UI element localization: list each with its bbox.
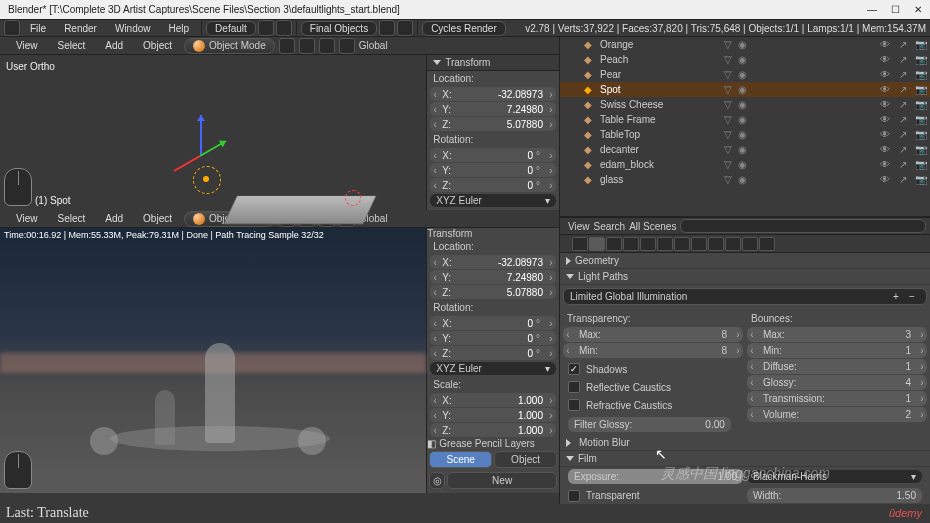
visibility-icon[interactable]: 👁	[876, 129, 894, 140]
transform-panel-header[interactable]: Transform	[445, 57, 490, 68]
outliner-scenes-dropdown[interactable]: All Scenes	[629, 221, 676, 232]
selectable-icon[interactable]: ↗	[894, 39, 912, 50]
selectable-icon[interactable]: ↗	[894, 84, 912, 95]
motion-blur-header[interactable]: Motion Blur	[579, 437, 630, 448]
visibility-icon[interactable]: 👁	[876, 174, 894, 185]
n-panel-bottom[interactable]: Transform Location: ‹X:-32.08973› ‹Y:7.2…	[427, 228, 559, 493]
chevron-right-icon[interactable]	[566, 439, 571, 447]
outliner-row[interactable]: ◆decanter▽◉👁↗📷	[560, 142, 930, 157]
menu-render[interactable]: Render	[56, 21, 105, 36]
material-icon[interactable]: ◉	[738, 84, 752, 95]
outliner-menu-view[interactable]: View	[568, 221, 590, 232]
engine-dropdown[interactable]: Cycles Render	[422, 21, 506, 36]
sc2-x-field[interactable]: ‹X:1.000›	[430, 393, 556, 407]
data-props-tab[interactable]	[691, 237, 707, 251]
menu-window[interactable]: Window	[107, 21, 159, 36]
spot-lamp-gizmo[interactable]	[193, 166, 219, 192]
bounces-max-field[interactable]: ‹Max:3›	[747, 327, 927, 342]
visibility-icon[interactable]: 👁	[876, 99, 894, 110]
outliner-row[interactable]: ◆edam_block▽◉👁↗📷	[560, 157, 930, 172]
visibility-icon[interactable]: 👁	[876, 159, 894, 170]
selectable-icon[interactable]: ↗	[894, 174, 912, 185]
mesh-data-icon[interactable]: ▽	[724, 114, 738, 125]
shading-rendered-icon[interactable]	[339, 38, 355, 54]
outliner-row[interactable]: ◆Peach▽◉👁↗📷	[560, 52, 930, 67]
volume-field[interactable]: ‹Volume:2›	[747, 407, 927, 422]
lightpaths-header[interactable]: Light Paths	[578, 271, 628, 282]
menu-file[interactable]: File	[22, 21, 54, 36]
selectable-icon[interactable]: ↗	[894, 159, 912, 170]
close-icon[interactable]: ✕	[914, 4, 922, 15]
mesh-data-icon[interactable]: ▽	[724, 99, 738, 110]
renderable-icon[interactable]: 📷	[912, 174, 930, 185]
rot2-y-field[interactable]: ‹Y:0°›	[430, 331, 556, 345]
minimize-icon[interactable]: —	[867, 4, 877, 15]
rotation-mode-dropdown[interactable]: XYZ Euler▾	[430, 194, 556, 207]
particles-tab[interactable]	[742, 237, 758, 251]
material-icon[interactable]: ◉	[738, 174, 752, 185]
viewport-top[interactable]: User Ortho (1) Spot	[0, 55, 427, 210]
filter-glossy-field[interactable]: Filter Glossy:0.00	[568, 417, 731, 432]
mesh-data-icon[interactable]: ▽	[724, 159, 738, 170]
selectable-icon[interactable]: ↗	[894, 114, 912, 125]
view3d-menu-select[interactable]: Select	[50, 39, 94, 52]
mesh-data-icon[interactable]: ▽	[724, 54, 738, 65]
outliner-row[interactable]: ◆glass▽◉👁↗📷	[560, 172, 930, 187]
outliner-search-input[interactable]	[680, 219, 926, 233]
material-icon[interactable]: ◉	[738, 39, 752, 50]
rot2-z-field[interactable]: ‹Z:0°›	[430, 346, 556, 360]
transform-header-2[interactable]: Transform	[427, 228, 472, 239]
material-icon[interactable]: ◉	[738, 54, 752, 65]
selectable-icon[interactable]: ↗	[894, 129, 912, 140]
material-icon[interactable]: ◉	[738, 69, 752, 80]
outliner-row[interactable]: ◆Orange▽◉👁↗📷	[560, 37, 930, 52]
preset-add-icon[interactable]: +	[888, 291, 904, 302]
mesh-data-icon[interactable]: ▽	[724, 129, 738, 140]
rot-x-field[interactable]: ‹X:0°›	[430, 148, 556, 162]
renderable-icon[interactable]: 📷	[912, 84, 930, 95]
view3d-menu-add[interactable]: Add	[97, 39, 131, 52]
properties-panel[interactable]: Geometry Light Paths Limited Global Illu…	[560, 253, 930, 504]
render-menu-select[interactable]: Select	[50, 212, 94, 225]
material-tab[interactable]	[708, 237, 724, 251]
rotation-mode-dropdown-2[interactable]: XYZ Euler▾	[430, 362, 556, 375]
shadows-checkbox[interactable]	[568, 363, 580, 375]
transparency-min-field[interactable]: ‹Min:8›	[563, 343, 743, 358]
transparent-checkbox[interactable]	[568, 490, 580, 502]
scene-props-tab[interactable]	[589, 237, 605, 251]
loc-z-field[interactable]: ‹Z:5.07880›	[430, 117, 556, 131]
n-panel-top[interactable]: Transform Location: ‹X:-32.08973› ‹Y:7.2…	[427, 55, 559, 210]
mesh-data-icon[interactable]: ▽	[724, 69, 738, 80]
world-props-tab[interactable]	[623, 237, 639, 251]
render-menu-add[interactable]: Add	[97, 212, 131, 225]
physics-tab[interactable]	[759, 237, 775, 251]
outliner-row[interactable]: ◆Table Frame▽◉👁↗📷	[560, 112, 930, 127]
material-icon[interactable]: ◉	[738, 144, 752, 155]
material-icon[interactable]: ◉	[738, 99, 752, 110]
grease-pencil-header[interactable]: Grease Pencil Layers	[439, 438, 535, 449]
selectable-icon[interactable]: ↗	[894, 144, 912, 155]
add-layout-button[interactable]	[258, 20, 274, 36]
view3d-menu-object[interactable]: Object	[135, 39, 180, 52]
chevron-down-icon[interactable]	[566, 274, 574, 279]
rot2-x-field[interactable]: ‹X:0°›	[430, 316, 556, 330]
gp-new-button[interactable]: New	[447, 472, 557, 489]
chevron-right-icon[interactable]	[566, 257, 571, 265]
renderable-icon[interactable]: 📷	[912, 39, 930, 50]
outliner[interactable]: ◆Orange▽◉👁↗📷◆Peach▽◉👁↗📷◆Pear▽◉👁↗📷◆Spot▽◉…	[560, 37, 930, 217]
transparency-max-field[interactable]: ‹Max:8›	[563, 327, 743, 342]
sc2-y-field[interactable]: ‹Y:1.000›	[430, 408, 556, 422]
chevron-down-icon[interactable]	[433, 60, 441, 65]
refractive-caustics-checkbox[interactable]	[568, 399, 580, 411]
mesh-data-icon[interactable]: ▽	[724, 174, 738, 185]
layers-props-tab[interactable]	[606, 237, 622, 251]
texture-tab[interactable]	[725, 237, 741, 251]
gp-scene-tab[interactable]: Scene	[429, 451, 492, 468]
render-menu-object[interactable]: Object	[135, 212, 180, 225]
renderable-icon[interactable]: 📷	[912, 69, 930, 80]
preset-remove-icon[interactable]: −	[904, 291, 920, 302]
mesh-data-icon[interactable]: ▽	[724, 39, 738, 50]
exposure-slider[interactable]: Exposure:1.00	[568, 469, 743, 484]
pixel-filter-dropdown[interactable]: Blackman-Harris▾	[747, 470, 922, 483]
gp-link-icon[interactable]: ◎	[429, 472, 445, 489]
